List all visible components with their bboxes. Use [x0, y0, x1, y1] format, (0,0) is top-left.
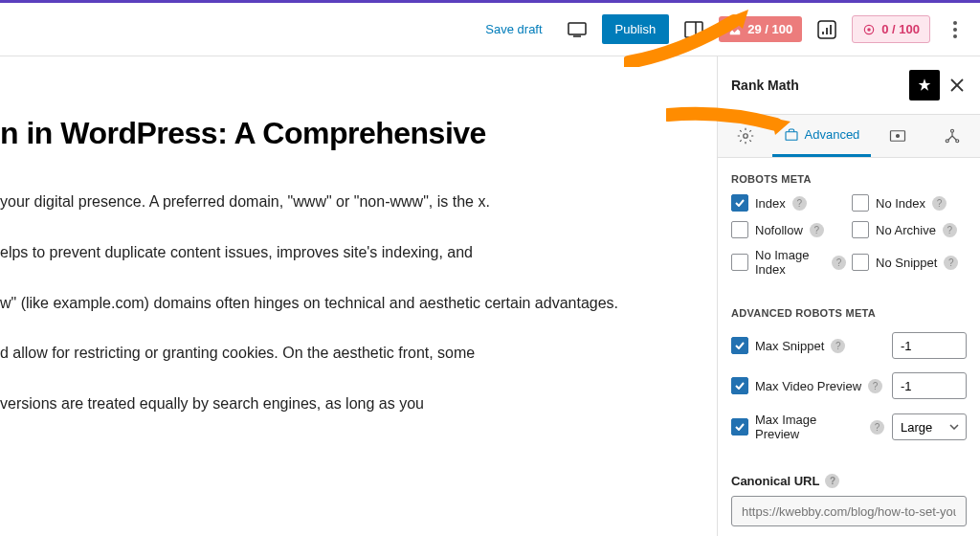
help-icon[interactable]: ?: [825, 474, 839, 488]
paragraph[interactable]: versions are treated equally by search e…: [0, 392, 717, 416]
max-image-checkbox[interactable]: Max Image Preview ?: [731, 413, 884, 441]
robots-noimageindex-label: No Image Index: [755, 248, 825, 277]
robots-nosnippet-checkbox[interactable]: No Snippet ?: [852, 248, 967, 277]
editor-topbar: Save draft Publish 29 / 100 0 / 100: [0, 3, 980, 56]
analytics-icon[interactable]: [810, 12, 844, 47]
close-sidebar-button[interactable]: [947, 76, 967, 95]
svg-point-9: [867, 28, 871, 32]
robots-noimageindex-checkbox[interactable]: No Image Index ?: [731, 248, 846, 277]
max-snippet-label: Max Snippet: [755, 339, 824, 353]
robots-noindex-checkbox[interactable]: No Index ?: [852, 194, 967, 212]
canonical-url-label: Canonical URL ?: [731, 474, 967, 488]
max-image-label: Max Image Preview: [755, 413, 863, 441]
help-icon[interactable]: ?: [932, 196, 947, 211]
max-video-checkbox[interactable]: Max Video Preview ?: [731, 377, 882, 394]
annotation-arrow: [666, 100, 791, 148]
max-video-label: Max Video Preview: [755, 379, 861, 393]
annotation-arrow: [624, 10, 748, 67]
max-image-select[interactable]: [892, 413, 967, 440]
robots-index-label: Index: [755, 196, 786, 211]
robots-noarchive-checkbox[interactable]: No Archive ?: [852, 221, 967, 238]
help-icon[interactable]: ?: [792, 196, 807, 211]
help-icon[interactable]: ?: [870, 420, 884, 435]
max-snippet-input[interactable]: [892, 332, 967, 359]
robots-meta-heading: ROBOTS META: [718, 158, 980, 194]
robots-noindex-label: No Index: [876, 196, 925, 211]
editor-canvas[interactable]: n in WordPress: A Comprehensive your dig…: [0, 56, 717, 536]
sidebar-title: Rank Math: [731, 78, 799, 93]
tab-social[interactable]: [925, 115, 980, 157]
help-icon[interactable]: ?: [832, 256, 846, 270]
help-icon[interactable]: ?: [831, 339, 845, 353]
secondary-score-button[interactable]: 0 / 100: [852, 15, 930, 43]
options-menu-button[interactable]: [938, 21, 972, 38]
robots-nofollow-label: Nofollow: [755, 223, 803, 237]
robots-index-checkbox[interactable]: Index ?: [731, 194, 846, 212]
post-title[interactable]: n in WordPress: A Comprehensive: [0, 114, 717, 152]
tab-advanced-label: Advanced: [805, 127, 860, 142]
canonical-url-input[interactable]: [731, 496, 967, 526]
secondary-score-text: 0 / 100: [881, 22, 920, 36]
paragraph[interactable]: d allow for restricting or granting cook…: [0, 342, 717, 366]
paragraph[interactable]: your digital presence. A preferred domai…: [0, 190, 717, 214]
help-icon[interactable]: ?: [943, 223, 957, 237]
max-video-input[interactable]: [892, 372, 967, 399]
svg-rect-0: [568, 23, 586, 34]
svg-point-16: [951, 129, 954, 132]
rankmath-score-text: 29 / 100: [747, 22, 792, 36]
save-draft-link[interactable]: Save draft: [476, 16, 551, 42]
robots-noarchive-label: No Archive: [876, 223, 936, 237]
help-icon[interactable]: ?: [868, 379, 882, 393]
help-icon[interactable]: ?: [810, 223, 824, 237]
preview-device-icon[interactable]: [560, 12, 594, 47]
pin-star-button[interactable]: [909, 70, 940, 100]
paragraph[interactable]: elps to prevent duplicate content issues…: [0, 241, 717, 265]
robots-nofollow-checkbox[interactable]: Nofollow ?: [731, 221, 846, 238]
help-icon[interactable]: ?: [944, 256, 958, 270]
advanced-robots-heading: ADVANCED ROBOTS META: [718, 292, 980, 328]
paragraph[interactable]: w" (like example.com) domains often hing…: [0, 292, 717, 316]
max-snippet-checkbox[interactable]: Max Snippet ?: [731, 337, 845, 354]
tab-schema[interactable]: [871, 115, 925, 157]
svg-point-15: [897, 135, 900, 138]
robots-nosnippet-label: No Snippet: [876, 256, 937, 270]
